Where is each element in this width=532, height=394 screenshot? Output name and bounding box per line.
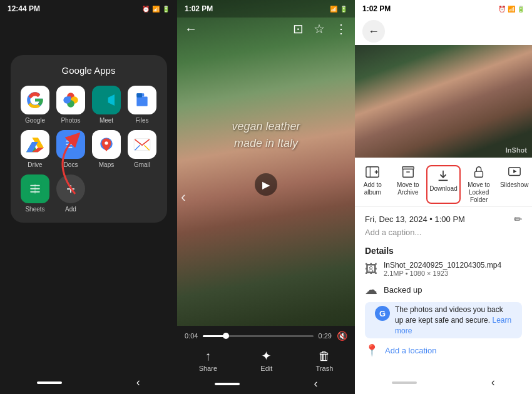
slideshow-label: Slideshow — [500, 181, 529, 189]
details-label: Details — [355, 243, 532, 258]
app-item-maps[interactable]: Maps — [92, 130, 121, 168]
app-label-docs: Docs — [64, 161, 78, 168]
move-to-archive-action[interactable]: Move to Archive — [391, 165, 425, 204]
app-item-photos[interactable]: Photos — [56, 86, 86, 124]
slideshow-icon — [508, 165, 521, 179]
back-button-circle[interactable]: ← — [362, 20, 385, 43]
back-button-3[interactable]: ‹ — [491, 376, 495, 389]
progress-track[interactable] — [203, 335, 313, 337]
svg-rect-29 — [403, 169, 414, 177]
back-button-1[interactable]: ‹ — [136, 376, 140, 389]
cast-icon[interactable]: ⊡ — [293, 21, 304, 36]
battery-icon-2: 🔋 — [340, 6, 347, 13]
svg-point-15 — [105, 141, 108, 144]
app-item-google[interactable]: Google — [21, 86, 50, 124]
battery-icon-3: 🔋 — [517, 6, 524, 13]
gmail-icon — [128, 130, 156, 159]
detail-file-meta: 2.1MP • 1080 × 1923 — [384, 270, 501, 277]
app-label-sheets: Sheets — [25, 206, 44, 213]
back-button-2[interactable]: ‹ — [314, 377, 318, 390]
detail-location-row[interactable]: 📍 Add a location — [355, 341, 532, 360]
battery-icon: 🔋 — [162, 6, 170, 13]
home-indicator-1 — [37, 381, 62, 384]
app-label-add: Add — [65, 206, 76, 213]
move-to-locked-action[interactable]: Move to Locked Folder — [462, 165, 496, 204]
detail-file-row: 🖼 InShot_20240925_101204305.mp4 2.1MP • … — [355, 258, 532, 280]
nav-bar-3: ‹ — [355, 376, 532, 389]
more-options-icon[interactable]: ⋮ — [335, 21, 347, 36]
app-item-drive[interactable]: Drive — [21, 130, 50, 168]
time-current: 0:04 — [185, 332, 198, 340]
docs-icon — [56, 130, 85, 159]
nav-bar-2: ‹ — [177, 375, 355, 394]
app-label-gmail: Gmail — [134, 161, 150, 168]
action-menu: Add to album Move to Archive Download Mo… — [355, 158, 532, 207]
status-time-1: 12:44 PM — [8, 4, 40, 13]
download-action[interactable]: Download — [426, 165, 461, 204]
svg-marker-1 — [108, 94, 115, 106]
files-icon — [128, 86, 156, 114]
app-item-add[interactable]: + Add — [56, 174, 86, 213]
app-item-gmail[interactable]: Gmail — [128, 130, 157, 168]
edit-action[interactable]: ✦ Edit — [260, 348, 272, 372]
inshot-watermark-3: InShot — [506, 146, 527, 154]
share-label: Share — [199, 365, 217, 372]
wifi-icon-2: 📶 — [330, 6, 337, 13]
share-icon: ↑ — [205, 349, 211, 363]
status-icons-1: ⏰ 📶 🔋 — [142, 6, 170, 13]
detail-file-info: InShot_20240925_101204305.mp4 2.1MP • 10… — [384, 261, 501, 277]
svg-rect-12 — [66, 144, 75, 145]
prev-button[interactable]: ‹ — [181, 188, 186, 206]
status-time-2: 1:02 PM — [185, 4, 213, 13]
app-label-drive: Drive — [28, 161, 42, 168]
photo-toolbar: ← ⊡ ☆ ⋮ — [177, 18, 355, 40]
photo-detail-header: ← — [355, 18, 532, 45]
wifi-icon: 📶 — [152, 6, 160, 13]
caption-placeholder[interactable]: Add a caption... — [365, 228, 522, 237]
app-item-meet[interactable]: Meet — [92, 86, 121, 124]
mute-icon[interactable]: 🔇 — [337, 331, 347, 341]
file-icon: 🖼 — [365, 262, 377, 276]
panel-photo-details: 1:02 PM ⏰ 📶 🔋 ← InShot Add to album Move… — [355, 0, 532, 394]
download-label: Download — [429, 185, 457, 193]
detail-section: Fri, Dec 13, 2024 • 1:00 PM ✏ Add a capt… — [355, 207, 532, 243]
share-action[interactable]: ↑ Share — [199, 349, 217, 372]
status-bar-2: 1:02 PM 📶 🔋 — [177, 0, 355, 18]
photos-icon — [56, 86, 85, 114]
photo-thumbnail: InShot — [355, 45, 532, 158]
app-item-sheets[interactable]: Sheets — [21, 174, 50, 213]
google-icon — [21, 86, 49, 114]
app-item-files[interactable]: Files — [128, 86, 157, 124]
add-to-album-action[interactable]: Add to album — [356, 165, 390, 204]
slideshow-action[interactable]: Slideshow — [497, 165, 531, 204]
progress-thumb — [223, 333, 229, 339]
svg-rect-13 — [66, 147, 72, 148]
app-item-docs[interactable]: Docs — [56, 130, 86, 168]
google-g-icon: G — [375, 306, 390, 321]
svg-rect-3 — [136, 97, 147, 106]
status-icons-2: 📶 🔋 — [330, 6, 347, 13]
maps-icon — [92, 130, 121, 159]
panel-google-apps: 12:44 PM ⏰ 📶 🔋 Google Apps Google Photos — [0, 0, 177, 394]
edit-date-icon[interactable]: ✏ — [514, 213, 522, 225]
trash-icon: 🗑 — [318, 349, 330, 363]
move-to-locked-label: Move to Locked Folder — [462, 181, 496, 204]
sheets-icon — [21, 174, 49, 203]
move-to-archive-label: Move to Archive — [391, 181, 425, 196]
download-icon — [436, 169, 450, 183]
app-label-files: Files — [135, 117, 148, 124]
star-icon[interactable]: ☆ — [314, 21, 325, 36]
app-label-photos: Photos — [61, 117, 80, 124]
play-button[interactable]: ▶ — [255, 173, 277, 196]
lock-icon — [472, 165, 486, 179]
back-arrow-icon[interactable]: ← — [185, 22, 197, 36]
add-icon: + — [56, 174, 85, 203]
archive-icon — [401, 165, 415, 179]
panel-photo-viewer: 1:02 PM 📶 🔋 ← ⊡ ☆ ⋮ vegan leather made i… — [177, 0, 355, 394]
progress-bar-container: 0:04 0:29 🔇 — [177, 326, 355, 343]
edit-label: Edit — [260, 365, 272, 372]
status-bar-1: 12:44 PM ⏰ 📶 🔋 — [0, 0, 177, 18]
edit-icon: ✦ — [261, 348, 272, 363]
detail-file-name: InShot_20240925_101204305.mp4 — [384, 261, 501, 270]
trash-action[interactable]: 🗑 Trash — [316, 349, 334, 372]
